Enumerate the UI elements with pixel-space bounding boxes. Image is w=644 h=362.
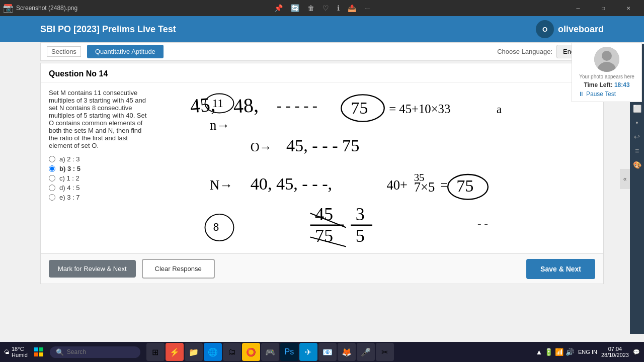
option-a[interactable]: a) 2 : 3 <box>49 155 149 163</box>
system-clock: 07:04 28/10/2023 <box>601 346 629 358</box>
app-header: SBI PO [2023] Prelims Live Test O oliveb… <box>0 16 644 42</box>
photo-label: Your photo appears here <box>578 74 635 79</box>
svg-text:O→: O→ <box>251 140 272 154</box>
option-e[interactable]: e) 3 : 7 <box>49 194 149 201</box>
option-a-label: a) 2 : 3 <box>59 155 79 163</box>
time-left-label: Time Left: 18:43 <box>578 81 635 88</box>
mail-button[interactable]: 📧 <box>318 343 337 361</box>
svg-line-33 <box>310 213 346 228</box>
eraser-tool-icon[interactable]: ⬜ <box>633 105 641 113</box>
maximize-button[interactable]: □ <box>592 0 615 16</box>
svg-point-25 <box>205 214 234 241</box>
app1-button[interactable]: 🎮 <box>261 343 279 361</box>
question-container: Question No 14 Set M contains 11 consecu… <box>40 63 604 284</box>
svg-text:=: = <box>440 177 448 193</box>
user-avatar <box>594 47 619 72</box>
files-button[interactable]: 🗂 <box>223 343 241 361</box>
question-header: Question No 14 <box>41 63 603 83</box>
refresh-icon[interactable]: 🔄 <box>291 4 299 12</box>
radio-d[interactable] <box>49 185 55 191</box>
mic-button[interactable]: 🎤 <box>357 343 375 361</box>
palette-tool-icon[interactable]: 🎨 <box>633 161 641 169</box>
mark-review-button[interactable]: Mark for Review & Next <box>49 260 136 278</box>
radio-b[interactable] <box>49 165 55 172</box>
svg-text:40, 45, - - -,: 40, 45, - - -, <box>251 174 332 193</box>
option-b-label: b) 3 : 5 <box>59 165 80 172</box>
svg-text:48,: 48, <box>233 94 259 118</box>
option-b[interactable]: b) 3 : 5 <box>49 165 149 172</box>
weather-icon: 🌤 <box>4 349 10 355</box>
edge-button[interactable]: 🌐 <box>204 343 222 361</box>
taskview-button[interactable]: ⊞ <box>146 343 165 361</box>
save-next-button[interactable]: Save & Next <box>526 259 595 279</box>
svg-text:7×5: 7×5 <box>414 179 435 195</box>
explorer-button[interactable]: 📁 <box>185 343 203 361</box>
svg-text:= 45+10×33: = 45+10×33 <box>389 102 450 116</box>
quantitative-aptitude-tab[interactable]: Quantitative Aptitude <box>87 45 164 58</box>
radio-a[interactable] <box>49 156 55 162</box>
pin-icon[interactable]: 📌 <box>274 4 283 12</box>
svg-text:- -: - - <box>477 218 488 230</box>
option-c-label: c) 1 : 2 <box>59 174 79 182</box>
svg-text:8: 8 <box>213 221 219 233</box>
svg-text:35: 35 <box>414 171 425 184</box>
question-text: Set M contains 11 consecutive multiples … <box>49 89 149 149</box>
notification-icon[interactable]: 💬 <box>633 349 640 355</box>
clock-date: 28/10/2023 <box>601 352 629 358</box>
photoshop-button[interactable]: Ps <box>280 343 298 361</box>
system-tray: ▲ 🔋 📶 🔊 ENG IN 07:04 28/10/2023 💬 <box>536 346 640 358</box>
sections-label: Sections <box>47 46 81 57</box>
option-d[interactable]: d) 4 : 5 <box>49 184 149 192</box>
logo-icon: O <box>536 20 554 38</box>
svg-rect-39 <box>39 352 43 356</box>
info-icon[interactable]: ℹ <box>337 4 340 12</box>
svg-text:45: 45 <box>315 204 333 224</box>
handwriting-overlay: 45, 48, - - - - - 75 = 45+10×33 a 11 n→ … <box>149 89 595 280</box>
search-input[interactable] <box>67 348 127 355</box>
clear-response-button[interactable]: Clear Response <box>142 259 215 279</box>
svg-point-12 <box>205 94 234 113</box>
svg-text:O: O <box>542 26 547 33</box>
answer-options: a) 2 : 3 b) 3 : 5 c) 1 : 2 d) 4 : 5 <box>49 155 149 201</box>
start-button[interactable] <box>30 343 48 361</box>
options-column: Set M contains 11 consecutive multiples … <box>49 89 149 280</box>
share-icon[interactable]: 📤 <box>348 4 356 12</box>
more-icon[interactable]: ··· <box>364 4 370 12</box>
window-title: Screenshot (2488).png <box>16 5 77 12</box>
svg-point-8 <box>341 95 384 121</box>
list-tool-icon[interactable]: ≡ <box>635 147 639 155</box>
svg-rect-37 <box>39 347 43 351</box>
telegram-button[interactable]: ✈ <box>299 343 317 361</box>
dot-tool-icon[interactable]: • <box>636 119 638 127</box>
pause-test-button[interactable]: ⏸ Pause Test <box>578 90 616 98</box>
minimize-button[interactable]: ─ <box>567 0 590 16</box>
chrome-button[interactable]: ⭕ <box>242 343 260 361</box>
clock-time: 07:04 <box>608 346 622 352</box>
trash-icon[interactable]: 🗑 <box>307 4 314 12</box>
svg-point-23 <box>448 174 488 199</box>
svg-text:45, - - - 75: 45, - - - 75 <box>286 136 359 155</box>
heart-icon[interactable]: ♡ <box>323 4 329 12</box>
collapse-button[interactable]: « <box>620 169 630 189</box>
radio-e[interactable] <box>49 194 55 201</box>
close-button[interactable]: ✕ <box>617 0 640 16</box>
widgets-button[interactable]: ⚡ <box>166 343 184 361</box>
pause-icon: ⏸ <box>578 90 584 98</box>
taskbar-search-box[interactable]: 🔍 <box>50 346 140 358</box>
radio-c[interactable] <box>49 175 55 182</box>
svg-line-34 <box>310 237 346 247</box>
svg-rect-38 <box>34 352 38 356</box>
timer-value: 18:43 <box>614 81 630 88</box>
svg-text:n→: n→ <box>210 118 230 133</box>
language-indicator: ENG IN <box>578 349 597 355</box>
svg-text:45,: 45, <box>189 93 216 117</box>
windows-taskbar: 🌤 18°C Humid 🔍 ⊞ ⚡ 📁 🌐 🗂 ⭕ 🎮 Ps ✈ 📧 🦊 🎤 <box>0 342 644 362</box>
svg-text:75: 75 <box>351 99 368 117</box>
snip-button[interactable]: ✂ <box>376 343 394 361</box>
timer-panel: Your photo appears here Time Left: 18:43… <box>572 42 642 102</box>
option-c[interactable]: c) 1 : 2 <box>49 174 149 182</box>
undo-tool-icon[interactable]: ↩ <box>634 133 640 141</box>
svg-text:75: 75 <box>315 226 333 246</box>
weather-widget: 🌤 18°C Humid <box>4 346 28 358</box>
browser-button[interactable]: 🦊 <box>338 343 356 361</box>
